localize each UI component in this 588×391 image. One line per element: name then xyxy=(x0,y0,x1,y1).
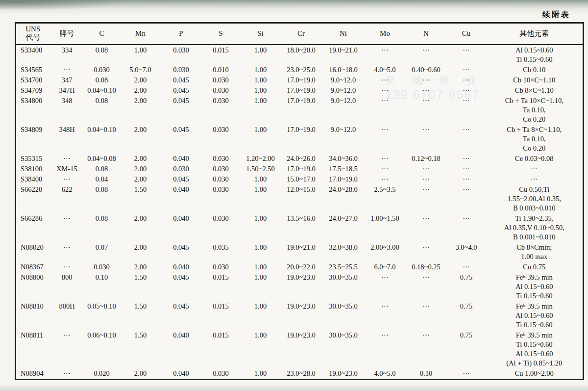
cell-mo: ··· xyxy=(365,272,406,301)
cell-uns: N08811 xyxy=(16,330,50,368)
cell-other: Al 0.15~0.60 Ti 0.15~0.60 xyxy=(486,45,584,65)
cell-cr: 17.0~19.0 xyxy=(280,125,322,154)
cell-cr: 17.0~19.0 xyxy=(280,75,322,85)
scan-bottom-edge-artifact xyxy=(0,385,588,391)
cell-cu: ··· xyxy=(447,96,486,125)
cell-mn: 1.50 xyxy=(120,184,162,213)
cell-s: 0.030 xyxy=(201,75,241,85)
cell-n: 0.12~0.18 xyxy=(406,154,447,164)
cell-ni: 9.0~12.0 xyxy=(322,75,365,85)
cell-n: 0.40~0.60 xyxy=(406,65,447,75)
cell-mo: ··· xyxy=(365,85,406,96)
cell-other: Cu 0.50,Ti 1.55~2.00,Al 0.35, B 0.003~0.… xyxy=(486,184,584,213)
cell-p: 0.045 xyxy=(162,272,201,301)
table-row: S34709347H0.04~0.102.000.0450.0301.0017.… xyxy=(16,85,584,96)
table-row: N08810800H0.05~0.101.500.0450.0151.0019.… xyxy=(16,301,584,330)
table-row: N08904···0.0202.000.0400.0301.0023.0~28.… xyxy=(16,368,584,380)
cell-mo: 4.0~5.0 xyxy=(365,65,406,75)
cell-mo: ··· xyxy=(365,174,406,184)
cell-ni: 30.0~35.0 xyxy=(322,301,365,330)
cell-s: 0.030 xyxy=(201,154,241,164)
cell-si: 1.00 xyxy=(241,96,280,125)
cell-s: 0.030 xyxy=(201,125,241,154)
column-header-ni: Ni xyxy=(322,23,365,45)
cell-mn: 1.50 xyxy=(120,301,162,330)
cell-uns: S33400 xyxy=(16,45,50,65)
cell-mo: 2.5~3.5 xyxy=(365,184,406,213)
cell-p: 0.040 xyxy=(162,368,201,380)
cell-c: 0.04~0.10 xyxy=(84,125,120,154)
cell-cr: 23.0~28.0 xyxy=(280,368,322,380)
cell-grade: 800H xyxy=(50,301,84,330)
cell-uns: S38100 xyxy=(16,164,50,174)
cell-cu: ··· xyxy=(447,65,486,75)
cell-ni: 9.0~12.0 xyxy=(322,85,365,96)
cell-si: 1.00 xyxy=(241,75,280,85)
cell-s: 0.030 xyxy=(201,213,241,242)
cell-uns: S34709 xyxy=(16,85,50,96)
cell-si: 1.00 xyxy=(241,174,280,184)
column-header-n: N xyxy=(406,23,447,45)
cell-n: ··· xyxy=(406,125,447,154)
cell-ni: 19.0~21.0 xyxy=(322,45,365,65)
table-row: N08020···0.072.000.0450.0351.0019.0~21.0… xyxy=(16,242,584,262)
cell-ni: 24.0~28.0 xyxy=(322,184,365,213)
cell-grade: ··· xyxy=(50,213,84,242)
cell-cr: 15.0~17.0 xyxy=(280,174,322,184)
cell-ni: 30.0~35.0 xyxy=(322,272,365,301)
cell-uns: S66286 xyxy=(16,213,50,242)
cell-mn: 2.00 xyxy=(120,96,162,125)
cell-other: Cb 10×C~1.10 xyxy=(486,75,584,85)
cell-mn: 2.00 xyxy=(120,154,162,164)
cell-s: 0.010 xyxy=(201,65,241,75)
cell-cr: 19.0~23.0 xyxy=(280,272,322,301)
cell-cu: 0.75 xyxy=(447,301,486,330)
column-header-c: C xyxy=(84,23,120,45)
cell-mo: ··· xyxy=(365,301,406,330)
table-row: N08811···0.06~0.101.500.0400.0151.0019.0… xyxy=(16,330,584,368)
cell-grade: ··· xyxy=(50,330,84,368)
table-row: N088008000.101.500.0450.0151.0019.0~23.0… xyxy=(16,272,584,301)
cell-ni: 17.0~19.0 xyxy=(322,174,365,184)
cell-n: ··· xyxy=(406,301,447,330)
cell-si: 1.00 xyxy=(241,184,280,213)
cell-other: Cb + Ta 8×C~1.10, Ta 0.10, Co 0.20 xyxy=(486,125,584,154)
cell-s: 0.015 xyxy=(201,272,241,301)
cell-n: ··· xyxy=(406,330,447,368)
cell-p: 0.045 xyxy=(162,96,201,125)
cell-mn: 2.00 xyxy=(120,174,162,184)
cell-ni: 19.0~23.0 xyxy=(322,368,365,380)
cell-cr: 18.0~20.0 xyxy=(280,45,322,65)
cell-cu: ··· xyxy=(447,75,486,85)
cell-other: Cu 0.75 xyxy=(486,262,584,272)
cell-cu: ··· xyxy=(447,184,486,213)
cell-p: 0.040 xyxy=(162,330,201,368)
cell-mn: 2.00 xyxy=(120,368,162,380)
cell-p: 0.030 xyxy=(162,164,201,174)
cell-si: 1.00 xyxy=(241,125,280,154)
scan-top-edge-artifact xyxy=(0,0,588,15)
cell-uns: S34700 xyxy=(16,75,50,85)
cell-other: Feᴱ 39.5 min Al 0.15~0.60 Ti 0.15~0.60 xyxy=(486,272,584,301)
table-row: S334003340.081.000.0300.0151.0018.0~20.0… xyxy=(16,45,584,65)
cell-cu: ··· xyxy=(447,45,486,65)
table-row: N08367···0.0302.000.0400.0301.0020.0~22.… xyxy=(16,262,584,272)
column-header-uns: UNS 代号 xyxy=(16,23,50,45)
cell-mn: 2.00 xyxy=(120,262,162,272)
cell-p: 0.045 xyxy=(162,85,201,96)
cell-cr: 13.5~16.0 xyxy=(280,213,322,242)
cell-grade: 348 xyxy=(50,96,84,125)
column-header-p: P xyxy=(162,23,201,45)
column-header-s: S xyxy=(201,23,241,45)
cell-grade: 334 xyxy=(50,45,84,65)
cell-grade: ··· xyxy=(50,262,84,272)
cell-p: 0.045 xyxy=(162,301,201,330)
cell-mn: 2.00 xyxy=(120,85,162,96)
cell-grade: ··· xyxy=(50,242,84,262)
cell-n: ··· xyxy=(406,96,447,125)
cell-si: 1.00 xyxy=(241,213,280,242)
cell-cr: 24.0~26.0 xyxy=(280,154,322,164)
cell-other: Feᴱ 39.5 min Al 0.15~0.60 Ti 0.15~0.60 xyxy=(486,301,584,330)
cell-uns: S34800 xyxy=(16,96,50,125)
cell-cu: ··· xyxy=(447,174,486,184)
